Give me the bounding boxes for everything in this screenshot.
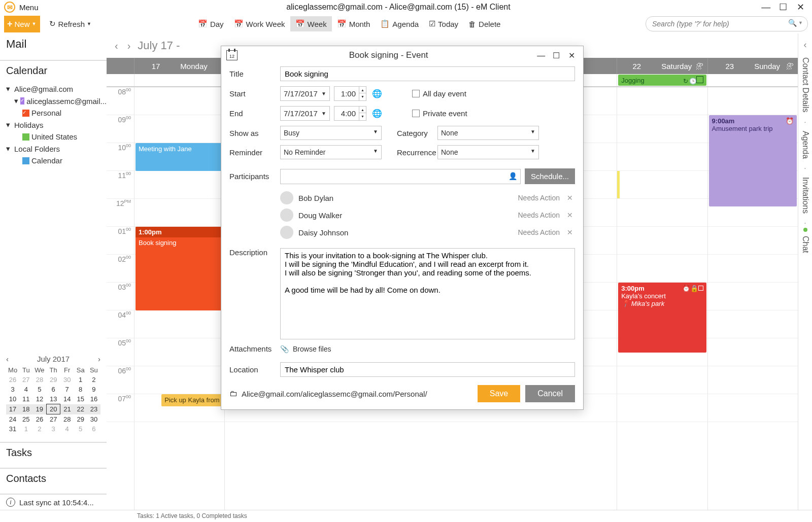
participant-row[interactable]: Doug Walker Needs Action ✕ — [280, 206, 575, 224]
dialog-minimize-button[interactable]: — — [534, 51, 548, 60]
event-jogging[interactable]: Jogging ↻🕒 — [618, 75, 706, 86]
checkbox-icon[interactable] — [22, 133, 29, 141]
event-dialog: 12 Book signing - Event — ☐ ✕ Title Star… — [221, 46, 584, 410]
mini-cal-grid[interactable]: MoTuWeThFrSaSu 262728293012 3456789 1011… — [6, 365, 100, 434]
dialog-close-button[interactable]: ✕ — [565, 51, 578, 60]
people-icon[interactable]: 👤 — [509, 172, 517, 180]
dialog-maximize-button[interactable]: ☐ — [550, 51, 563, 60]
day-header-monday[interactable]: 17Monday — [134, 58, 224, 74]
tree-local[interactable]: ▾Local Folders — [6, 143, 107, 155]
refresh-icon: ↻ — [49, 19, 56, 28]
day-column-monday[interactable]: Meeting with Jane 1:00pm Book signing Pi… — [134, 87, 224, 510]
schedule-button[interactable]: Schedule... — [525, 168, 575, 184]
search-icon[interactable]: 🔍 — [788, 19, 797, 27]
event-meeting[interactable]: Meeting with Jane — [136, 143, 223, 171]
tree-account-aliceglass[interactable]: ▾✓aliceglassemc@gmail... — [6, 95, 107, 107]
view-month[interactable]: 📅Month — [332, 16, 376, 31]
lock-icon: 🔒 — [690, 285, 698, 292]
weather-icon: ⛈ — [786, 62, 794, 71]
avatar-icon — [280, 208, 293, 222]
status-bar: Tasks: 1 Active tasks, 0 Completed tasks — [0, 510, 812, 522]
participant-row[interactable]: Daisy Johnson Needs Action ✕ — [280, 224, 575, 241]
event-concert[interactable]: 3:00pm⏰🔒 Kayla's concert 📍 Mika's park — [618, 283, 706, 353]
view-agenda[interactable]: 📋Agenda — [375, 16, 424, 31]
app-logo-icon: ✉ — [4, 2, 15, 13]
tree-local-calendar[interactable]: Calendar — [6, 155, 107, 166]
close-button[interactable]: ✕ — [793, 2, 808, 13]
recurrence-select[interactable]: None▼ — [437, 145, 539, 159]
tree-us[interactable]: United States — [6, 131, 107, 143]
next-month-button[interactable]: › — [98, 355, 100, 363]
next-week-button[interactable]: › — [125, 40, 133, 52]
time-column: 08000900 10001100 12PM0100 02000300 0400… — [107, 87, 134, 510]
tree-account-alice[interactable]: ▾Alice@gmail.com — [6, 83, 107, 95]
showas-select[interactable]: Busy▼ — [280, 126, 382, 140]
new-button[interactable]: + New ▼ — [4, 16, 40, 32]
location-label: Location — [229, 365, 280, 374]
timezone-button[interactable]: 🌐 — [370, 107, 384, 120]
description-textarea[interactable] — [280, 248, 575, 339]
calendar-section[interactable]: Calendar — [0, 61, 107, 81]
pin-icon: 📍 — [621, 300, 629, 307]
chevron-down-icon: ▼ — [530, 148, 535, 156]
mail-section[interactable]: Mail — [0, 33, 107, 55]
save-path[interactable]: 🗀 Alice@gmail.com/aliceglassemc@gmail.co… — [229, 389, 478, 398]
view-week[interactable]: 📅Week — [290, 16, 332, 31]
timezone-button[interactable]: 🌐 — [370, 87, 384, 100]
menu-button[interactable]: Menu — [19, 3, 39, 12]
allday-checkbox[interactable]: All day event — [412, 89, 466, 98]
invitations-tab[interactable]: Invitations — [801, 177, 810, 214]
chevron-down-icon: ▼ — [373, 129, 378, 137]
start-time-input[interactable]: 1:00 — [334, 86, 359, 101]
search-dropdown-icon[interactable]: ▼ — [798, 20, 803, 25]
contacts-section[interactable]: Contacts — [0, 469, 107, 489]
location-input[interactable] — [280, 362, 575, 377]
category-select[interactable]: None▼ — [437, 126, 539, 140]
time-spinner[interactable]: ▲▼ — [359, 106, 366, 121]
minimize-button[interactable]: — — [758, 2, 773, 13]
checkbox-icon[interactable]: ✓ — [22, 110, 29, 117]
cancel-button[interactable]: Cancel — [525, 385, 575, 402]
chat-tab[interactable]: Chat — [801, 236, 810, 253]
day-header-sunday[interactable]: 23Sunday⛈ — [707, 58, 798, 74]
end-date-select[interactable]: 7/17/2017▼ — [280, 106, 330, 121]
agenda-tab[interactable]: Agenda — [801, 131, 810, 159]
start-date-select[interactable]: 7/17/2017▼ — [280, 86, 330, 101]
delete-button[interactable]: 🗑Delete — [463, 16, 505, 31]
event-amusement[interactable]: 9:00am⏰ Amusement park trip — [709, 115, 797, 206]
end-time-input[interactable]: 4:00 — [334, 106, 359, 121]
tasks-section[interactable]: Tasks — [0, 443, 107, 463]
agenda-icon: 📋 — [380, 19, 390, 28]
tree-personal[interactable]: ✓Personal — [6, 107, 107, 119]
remove-participant-button[interactable]: ✕ — [565, 194, 575, 202]
time-spinner[interactable]: ▲▼ — [359, 86, 366, 101]
view-day[interactable]: 📅Day — [193, 16, 229, 31]
day-header-saturday[interactable]: 22Saturday⛈ — [617, 58, 707, 74]
view-today[interactable]: ☑Today — [424, 16, 463, 31]
remove-participant-button[interactable]: ✕ — [565, 211, 575, 219]
title-input[interactable] — [280, 66, 575, 81]
private-checkbox[interactable]: Private event — [412, 109, 467, 118]
remove-participant-button[interactable]: ✕ — [565, 228, 575, 236]
participant-row[interactable]: Bob Dylan Needs Action ✕ — [280, 189, 575, 206]
view-workweek[interactable]: 📅Work Week — [229, 16, 290, 31]
prev-week-button[interactable]: ‹ — [113, 40, 120, 52]
event-booksigning[interactable]: 1:00pm Book signing — [136, 227, 223, 310]
tree-holidays[interactable]: ▾Holidays — [6, 119, 107, 131]
end-label: End — [229, 109, 280, 118]
participants-input[interactable]: 👤 — [280, 169, 521, 184]
contact-details-tab[interactable]: Contact Details — [801, 57, 810, 113]
save-button[interactable]: Save — [478, 385, 520, 402]
calendar-day-icon: 12 — [226, 50, 238, 60]
day-column-saturday[interactable]: 3:00pm⏰🔒 Kayla's concert 📍 Mika's park — [617, 87, 707, 510]
collapse-button[interactable]: ‹ — [804, 37, 807, 53]
maximize-button[interactable]: ☐ — [775, 2, 791, 13]
reminder-select[interactable]: No Reminder▼ — [280, 145, 382, 159]
search-input[interactable] — [646, 16, 808, 31]
day-column-sunday[interactable]: 9:00am⏰ Amusement park trip — [707, 87, 798, 510]
browse-files-link[interactable]: Browse files — [293, 345, 331, 353]
checkbox-icon[interactable] — [22, 157, 29, 164]
checkbox-icon[interactable]: ✓ — [20, 97, 24, 105]
prev-month-button[interactable]: ‹ — [6, 355, 9, 363]
refresh-button[interactable]: ↻ Refresh ▼ — [49, 19, 91, 28]
